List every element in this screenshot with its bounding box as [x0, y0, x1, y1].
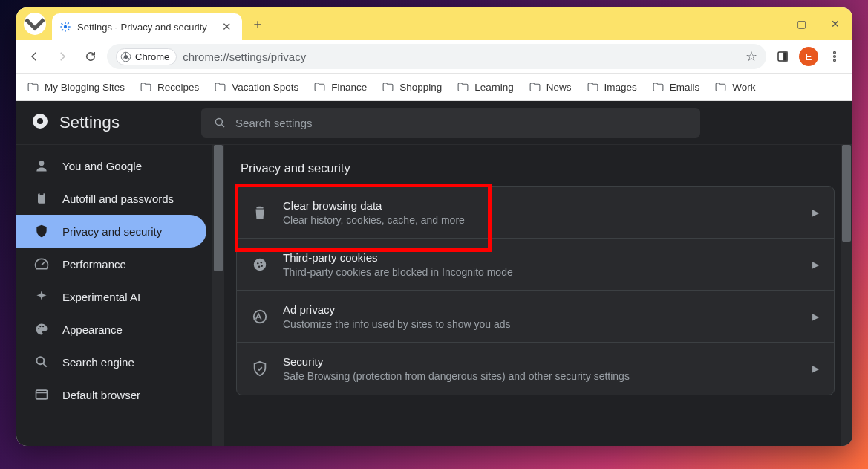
bookmark-bar: My Blogging Sites Receipes Vacation Spot… [16, 74, 852, 101]
tab-search-button[interactable] [24, 13, 46, 35]
close-tab-button[interactable]: ✕ [219, 20, 235, 33]
sidebar-item-appearance[interactable]: Appearance [16, 313, 206, 346]
sidebar-item-experimental[interactable]: Experimental AI [16, 280, 206, 313]
bookmark-item[interactable]: Learning [457, 81, 514, 94]
svg-point-15 [834, 59, 836, 62]
bookmark-item[interactable]: Finance [313, 81, 367, 94]
svg-point-13 [834, 51, 836, 54]
trash-icon [252, 204, 268, 221]
back-button[interactable] [22, 45, 46, 68]
bookmark-item[interactable]: Emails [652, 81, 700, 94]
search-placeholder: Search settings [235, 117, 312, 129]
kebab-menu-button[interactable] [823, 45, 846, 68]
gear-icon [59, 21, 71, 33]
privacy-card: Clear browsing data Clear history, cooki… [236, 186, 835, 395]
svg-rect-26 [36, 390, 48, 399]
svg-point-24 [42, 326, 44, 327]
svg-point-25 [36, 357, 44, 364]
folder-icon [529, 81, 541, 94]
bookmark-item[interactable]: Receipes [140, 81, 199, 94]
browser-tab[interactable]: Settings - Privacy and security ✕ [52, 13, 242, 40]
bookmark-item[interactable]: Shopping [382, 81, 442, 94]
svg-point-29 [261, 262, 262, 263]
site-chip-label: Chrome [135, 51, 169, 62]
tab-strip: Settings - Privacy and security ✕ ＋ ― ▢ … [16, 7, 852, 40]
row-security[interactable]: Security Safe Browsing (protection from … [237, 343, 834, 395]
bookmark-item[interactable]: Images [587, 81, 637, 94]
settings-title: Settings [59, 113, 120, 132]
bookmark-item[interactable]: My Blogging Sites [27, 81, 125, 94]
svg-point-19 [39, 161, 45, 166]
sidebar-item-search-engine[interactable]: Search engine [16, 346, 206, 378]
maximize-button[interactable]: ▢ [784, 7, 818, 40]
sparkle-icon [34, 289, 49, 304]
forward-button[interactable] [50, 45, 74, 68]
palette-icon [34, 322, 49, 337]
folder-icon [27, 81, 39, 94]
bookmark-item[interactable]: Vacation Spots [214, 81, 298, 94]
window-controls: ― ▢ ✕ [750, 7, 852, 40]
svg-point-27 [254, 258, 267, 271]
bookmark-item[interactable]: Work [714, 81, 755, 94]
folder-icon [382, 81, 394, 94]
row-third-party-cookies[interactable]: Third-party cookies Third-party cookies … [237, 239, 834, 291]
svg-point-30 [258, 265, 260, 267]
tab-title: Settings - Privacy and security [77, 22, 207, 33]
chevron-right-icon: ▶ [812, 207, 819, 218]
clipboard-icon [34, 191, 49, 206]
side-panel-button[interactable] [771, 45, 794, 68]
svg-point-17 [37, 118, 43, 124]
sidebar-item-default-browser[interactable]: Default browser [16, 378, 206, 411]
reload-button[interactable] [79, 45, 102, 68]
svg-point-31 [261, 265, 263, 266]
svg-rect-7 [67, 22, 69, 25]
profile-avatar[interactable]: E [799, 47, 818, 66]
svg-rect-4 [68, 26, 71, 27]
close-window-button[interactable]: ✕ [818, 7, 852, 40]
svg-point-14 [834, 56, 836, 58]
sidebar-scrollbar[interactable] [212, 145, 224, 446]
minimize-button[interactable]: ― [750, 7, 784, 40]
svg-rect-1 [65, 22, 65, 24]
url-text: chrome://settings/privacy [183, 51, 306, 63]
sidebar-item-privacy[interactable]: Privacy and security [16, 215, 206, 248]
site-chip: Chrome [116, 48, 177, 65]
section-title: Privacy and security [236, 155, 841, 186]
svg-rect-6 [68, 28, 70, 30]
sidebar-item-autofill[interactable]: Autofill and passwords [16, 182, 206, 215]
content-scrollbar[interactable] [841, 145, 852, 446]
chevron-right-icon: ▶ [812, 363, 819, 374]
browser-toolbar: Chrome chrome://settings/privacy ☆ E [16, 40, 852, 74]
shield-check-icon [252, 360, 268, 377]
svg-rect-3 [60, 26, 62, 27]
settings-page: Settings Search settings You and Google … [16, 101, 852, 446]
svg-rect-8 [62, 29, 64, 31]
folder-icon [457, 81, 469, 94]
bookmark-star-icon[interactable]: ☆ [745, 48, 757, 65]
folder-icon [214, 81, 226, 94]
row-clear-browsing-data[interactable]: Clear browsing data Clear history, cooki… [237, 187, 834, 239]
settings-sidebar: You and Google Autofill and passwords Pr… [16, 144, 224, 446]
settings-header: Settings Search settings [16, 101, 852, 144]
svg-rect-21 [40, 193, 44, 195]
sidebar-item-you-google[interactable]: You and Google [16, 149, 206, 182]
folder-icon [313, 81, 326, 94]
svg-point-0 [64, 25, 67, 28]
svg-rect-12 [783, 52, 787, 61]
sidebar-item-performance[interactable]: Performance [16, 248, 206, 280]
address-bar[interactable]: Chrome chrome://settings/privacy ☆ [107, 44, 766, 69]
svg-point-23 [39, 326, 41, 327]
search-icon [34, 355, 49, 369]
chrome-icon [120, 51, 131, 62]
chevron-right-icon: ▶ [812, 311, 819, 322]
row-ad-privacy[interactable]: Ad privacy Customize the info used by si… [237, 291, 834, 343]
chevron-right-icon: ▶ [812, 259, 819, 270]
bookmark-item[interactable]: News [529, 81, 572, 94]
svg-point-18 [215, 118, 222, 125]
svg-point-10 [124, 54, 128, 58]
settings-body: You and Google Autofill and passwords Pr… [16, 144, 852, 446]
settings-search-input[interactable]: Search settings [201, 108, 700, 138]
new-tab-button[interactable]: ＋ [247, 13, 269, 35]
svg-point-28 [257, 262, 258, 263]
browser-icon [34, 387, 49, 402]
